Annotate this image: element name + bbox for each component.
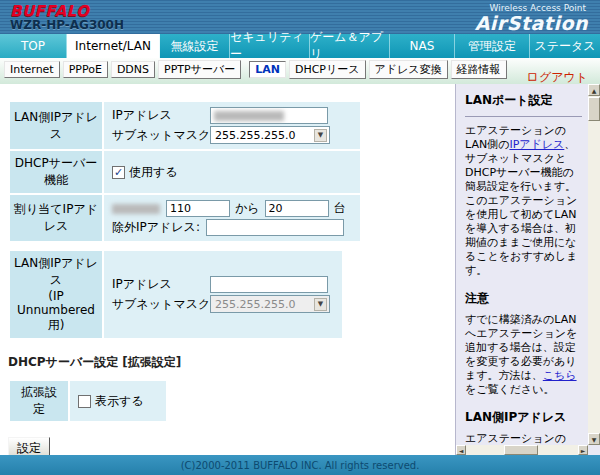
help-heading-lan-port: LANポート設定 (465, 92, 582, 109)
chevron-down-icon: ▼ (314, 129, 327, 142)
tab-nas[interactable]: NAS (390, 34, 455, 58)
airstation-brand: AirStation (475, 12, 588, 34)
advanced-show-checkbox[interactable]: ✓ (78, 395, 91, 408)
help-text: をご覧ください。 (465, 383, 555, 396)
main-content: LAN側IPアドレス IPアドレス サブネットマスク 255.255.255.0… (0, 84, 455, 455)
assign-count-input[interactable] (265, 200, 329, 217)
unnumbered-ip-input[interactable] (210, 276, 328, 293)
subnav-pppoe[interactable]: PPPoE (63, 61, 108, 78)
from-label: から (235, 200, 260, 217)
subnav-ddns[interactable]: DDNS (111, 61, 155, 78)
subnav-lan[interactable]: LAN (249, 61, 286, 78)
unnumbered-label-line2: (IP Unnumbered用) (13, 289, 99, 334)
subnav-buttons: Internet PPPoE DDNS PPTPサーバー LAN DHCPリース… (4, 60, 510, 79)
scroll-right-icon[interactable]: ► (578, 445, 588, 455)
help-text: エアステーションのLAN側 (465, 432, 566, 445)
footer-bar: (C)2000-2011 BUFFALO INC. All rights res… (0, 455, 600, 475)
kochira-help-link[interactable]: こちら (543, 369, 577, 382)
scroll-left-icon[interactable]: ◄ (456, 445, 466, 455)
subnav-dhcp-lease[interactable]: DHCPリース (289, 60, 366, 79)
unnumbered-subnet-label: サブネットマスク (112, 296, 204, 313)
subnet-mask-label: サブネットマスク (112, 127, 204, 144)
tab-security[interactable]: セキュリティー (230, 34, 310, 58)
scroll-up-icon[interactable]: ▲ (588, 84, 600, 96)
subnav-routing[interactable]: 経路情報 (451, 60, 507, 79)
exclude-ip-label: 除外IPアドレス: (112, 219, 200, 236)
tab-game-apps[interactable]: ゲーム＆アプリ (310, 34, 390, 58)
model-number: WZR-HP-AG300H (10, 18, 124, 32)
lan-settings-table: LAN側IPアドレス IPアドレス サブネットマスク 255.255.255.0… (8, 100, 362, 243)
subnet-mask-select[interactable]: 255.255.255.0 ▼ (210, 126, 330, 144)
help-text: このエアステーションを使用して初めてLANを導入する場合は、初期値のままご使用に… (465, 194, 578, 277)
help-heading-lan-ip: LAN側IPアドレス (465, 409, 582, 426)
vertical-scroll-thumb[interactable] (588, 97, 600, 121)
help-heading-caution: 注意 (465, 290, 582, 307)
help-content: LANポート設定 エアステーションのLAN側のIPアドレス、サブネットマスクと … (456, 84, 588, 445)
advanced-table: 拡張設定 ✓ 表示する (8, 379, 168, 423)
table-row: 拡張設定 ✓ 表示する (10, 381, 166, 421)
table-row: 割り当てIPアドレス から 台 除外IPアドレス: (10, 195, 360, 241)
unnumbered-subnet-select: 255.255.255.0 ▼ (210, 295, 330, 313)
chevron-down-icon: ▼ (314, 298, 327, 311)
divider (465, 116, 582, 117)
dhcp-server-row-label: DHCPサーバー機能 (10, 151, 102, 193)
dhcp-enable-checkbox[interactable]: ✓ (112, 166, 125, 179)
help-paragraph: すでに構築済みのLANへエアステーションを追加する場合は、設定を変更する必要があ… (465, 313, 582, 397)
subnav-address-translation[interactable]: アドレス変換 (369, 60, 448, 79)
scroll-down-icon[interactable]: ▼ (588, 433, 600, 445)
copyright-text: (C)2000-2011 BUFFALO INC. All rights res… (181, 460, 420, 471)
table-row: LAN側IPアドレス IPアドレス サブネットマスク 255.255.255.0… (10, 102, 360, 149)
horizontal-scrollbar[interactable]: ◄ ► (456, 445, 588, 455)
tab-internet-lan[interactable]: Internet/LAN (67, 34, 160, 58)
subnav-internet[interactable]: Internet (4, 61, 60, 78)
subnav-band: Internet PPPoE DDNS PPTPサーバー LAN DHCPリース… (0, 58, 600, 84)
vertical-scrollbar[interactable]: ▲ ▼ (588, 84, 600, 445)
tab-status[interactable]: ステータス (530, 34, 600, 58)
apply-button[interactable]: 設定 (8, 437, 50, 455)
subnet-mask-value: 255.255.255.0 (215, 129, 295, 142)
unnumbered-subnet-value: 255.255.255.0 (215, 298, 295, 311)
exclude-ip-input[interactable] (206, 219, 344, 236)
assign-ip-row-label: 割り当てIPアドレス (10, 195, 102, 241)
assign-start-input[interactable] (166, 200, 230, 217)
advanced-row-label: 拡張設定 (10, 381, 68, 421)
tab-top[interactable]: TOP (0, 34, 67, 58)
advanced-show-label: 表示する (95, 393, 144, 410)
table-row: LAN側IPアドレス (IP Unnumbered用) IPアドレス サブネット… (10, 251, 342, 338)
ip-address-help-link[interactable]: IPアドレス (509, 138, 564, 151)
help-paragraph: エアステーションのLAN側IPアドレスを設定します。 初期値は、192.168.… (465, 432, 582, 445)
help-sidebar: LANポート設定 エアステーションのLAN側のIPアドレス、サブネットマスクと … (455, 84, 600, 455)
unnumbered-row-label: LAN側IPアドレス (IP Unnumbered用) (10, 251, 102, 338)
redacted-ip-value (214, 111, 284, 121)
ip-address-label: IPアドレス (112, 107, 204, 124)
unnumbered-label-line1: LAN側IPアドレス (13, 255, 99, 289)
lan-ip-input[interactable] (210, 107, 328, 124)
unnumbered-ip-label: IPアドレス (112, 276, 204, 293)
dhcp-advanced-heading: DHCPサーバー設定 [拡張設定] (8, 354, 455, 371)
help-paragraph: エアステーションのLAN側のIPアドレス、サブネットマスクと DHCPサーバー機… (465, 124, 582, 278)
main-tabbar: TOP Internet/LAN 無線設定 セキュリティー ゲーム＆アプリ NA… (0, 34, 600, 58)
lan-ip-row-label: LAN側IPアドレス (10, 102, 102, 149)
dhcp-enable-label: 使用する (129, 164, 178, 181)
horizontal-scroll-thumb[interactable] (504, 445, 538, 455)
table-row: DHCPサーバー機能 ✓ 使用する (10, 151, 360, 193)
redacted-ip-prefix (112, 204, 160, 214)
tab-admin[interactable]: 管理設定 (455, 34, 530, 58)
units-label: 台 (334, 200, 346, 217)
unnumbered-table: LAN側IPアドレス (IP Unnumbered用) IPアドレス サブネット… (8, 249, 344, 340)
tab-wireless[interactable]: 無線設定 (160, 34, 230, 58)
subnav-pptp-server[interactable]: PPTPサーバー (158, 60, 241, 79)
